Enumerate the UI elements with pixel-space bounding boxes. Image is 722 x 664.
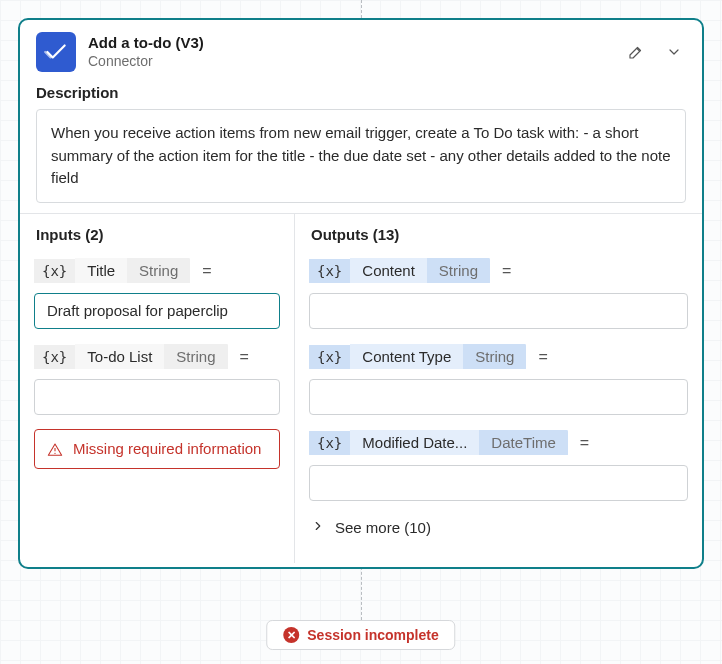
param-name: Content Type xyxy=(350,344,463,369)
outputs-column: Outputs (13) {x} Content String = {x} Co… xyxy=(295,214,702,563)
output-param-contenttype: {x} Content Type String = xyxy=(309,343,688,371)
warning-icon xyxy=(47,442,63,458)
equals-sign: = xyxy=(200,262,213,280)
error-icon: ✕ xyxy=(283,627,299,643)
param-chip[interactable]: {x} To-do List String xyxy=(34,343,228,371)
see-more-button[interactable]: See more (10) xyxy=(309,515,688,541)
card-subtitle: Connector xyxy=(88,53,612,71)
param-chip[interactable]: {x} Title String xyxy=(34,257,190,285)
variable-icon: {x} xyxy=(309,431,350,455)
description-label: Description xyxy=(20,78,702,105)
input-param-todolist: {x} To-do List String = xyxy=(34,343,280,371)
chevron-right-icon xyxy=(311,519,325,537)
param-chip[interactable]: {x} Content String xyxy=(309,257,490,285)
outputs-heading: Outputs (13) xyxy=(311,226,686,243)
variable-icon: {x} xyxy=(34,345,75,369)
inputs-column: Inputs (2) {x} Title String = {x} To-do … xyxy=(20,214,295,563)
equals-sign: = xyxy=(238,348,251,366)
output-modifieddate-field[interactable] xyxy=(320,473,677,492)
card-title: Add a to-do (V3) xyxy=(88,34,612,53)
param-type: DateTime xyxy=(479,430,567,455)
variable-icon: {x} xyxy=(34,259,75,283)
input-param-title: {x} Title String = xyxy=(34,257,280,285)
inputs-heading: Inputs (2) xyxy=(36,226,278,243)
input-todolist-field[interactable] xyxy=(45,387,269,406)
card-header: Add a to-do (V3) Connector xyxy=(20,20,702,78)
chevron-down-icon[interactable] xyxy=(662,40,686,64)
param-type: String xyxy=(463,344,526,369)
param-type: String xyxy=(164,344,227,369)
output-content-field[interactable] xyxy=(320,301,677,320)
output-modifieddate-value[interactable] xyxy=(309,465,688,501)
action-card: Add a to-do (V3) Connector Description W… xyxy=(18,18,704,569)
io-area: Inputs (2) {x} Title String = {x} To-do … xyxy=(20,213,702,563)
session-status-pill[interactable]: ✕ Session incomplete xyxy=(266,620,455,650)
variable-icon: {x} xyxy=(309,259,350,283)
output-content-value[interactable] xyxy=(309,293,688,329)
output-param-modifieddate: {x} Modified Date... DateTime = xyxy=(309,429,688,457)
param-name: Modified Date... xyxy=(350,430,479,455)
input-title-value[interactable] xyxy=(34,293,280,329)
edit-button[interactable] xyxy=(624,40,648,64)
description-text: When you receive action items from new e… xyxy=(36,109,686,203)
equals-sign: = xyxy=(578,434,591,452)
param-name: Title xyxy=(75,258,127,283)
status-text: Session incomplete xyxy=(307,627,438,643)
svg-point-1 xyxy=(54,452,55,453)
equals-sign: = xyxy=(500,262,513,280)
todo-app-icon xyxy=(36,32,76,72)
input-todolist-value[interactable] xyxy=(34,379,280,415)
output-param-content: {x} Content String = xyxy=(309,257,688,285)
output-contenttype-value[interactable] xyxy=(309,379,688,415)
see-more-label: See more (10) xyxy=(335,519,431,536)
param-type: String xyxy=(427,258,490,283)
param-name: Content xyxy=(350,258,427,283)
equals-sign: = xyxy=(536,348,549,366)
variable-icon: {x} xyxy=(309,345,350,369)
validation-error: Missing required information xyxy=(34,429,280,469)
param-type: String xyxy=(127,258,190,283)
param-chip[interactable]: {x} Modified Date... DateTime xyxy=(309,429,568,457)
input-title-field[interactable] xyxy=(45,301,269,320)
error-text: Missing required information xyxy=(73,440,261,457)
param-name: To-do List xyxy=(75,344,164,369)
param-chip[interactable]: {x} Content Type String xyxy=(309,343,526,371)
output-contenttype-field[interactable] xyxy=(320,387,677,406)
